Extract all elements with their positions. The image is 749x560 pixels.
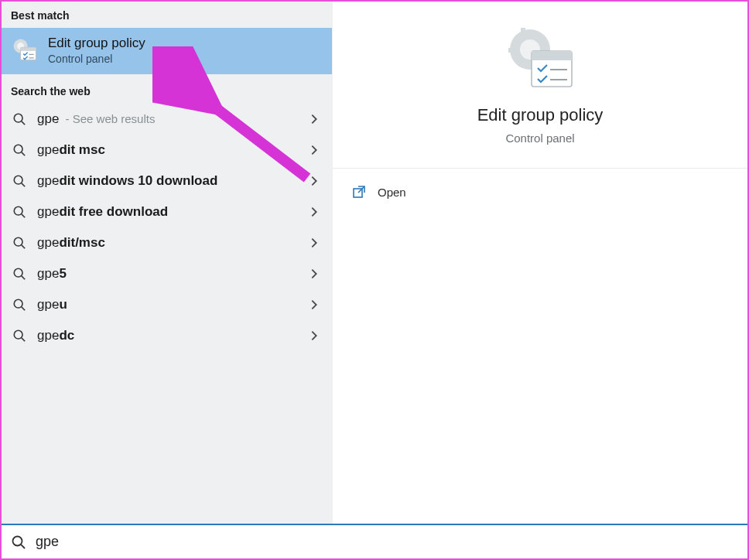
web-result-text: gpe - See web results <box>37 111 155 127</box>
search-icon <box>12 329 26 343</box>
svg-rect-3 <box>21 47 36 51</box>
web-result-item[interactable]: gpedit windows 10 download <box>2 166 332 196</box>
web-result-left: gpedit/msc <box>12 235 105 251</box>
best-match-header: Best match <box>2 2 332 28</box>
web-result-item[interactable]: gpedc <box>2 320 332 351</box>
svg-rect-25 <box>508 48 518 53</box>
web-result-item[interactable]: gpedit msc <box>2 135 332 166</box>
open-action[interactable]: Open <box>333 169 747 215</box>
chevron-right-icon <box>307 329 321 343</box>
web-result-left: gpedit msc <box>12 142 105 158</box>
svg-line-13 <box>22 214 25 217</box>
web-result-left: gpe - See web results <box>12 111 155 127</box>
svg-point-6 <box>14 114 22 122</box>
search-icon <box>11 534 26 550</box>
svg-point-14 <box>14 237 22 246</box>
svg-line-17 <box>22 276 25 279</box>
preview-hero: Edit group policy Control panel <box>333 2 747 169</box>
content-area: Best match Edit group policy <box>2 2 747 524</box>
chevron-right-icon <box>307 267 321 281</box>
svg-point-18 <box>14 299 22 308</box>
preview-title: Edit group policy <box>477 105 604 125</box>
group-policy-icon <box>11 36 39 64</box>
search-icon <box>12 112 26 126</box>
search-icon <box>12 143 26 157</box>
svg-line-15 <box>22 245 25 248</box>
web-result-text: gpedit/msc <box>37 235 105 251</box>
web-result-left: gpedit free download <box>12 204 168 220</box>
search-input[interactable] <box>36 534 738 550</box>
web-result-text: gpedit free download <box>37 204 168 220</box>
best-match-subtitle: Control panel <box>48 53 145 65</box>
svg-line-19 <box>22 307 25 310</box>
best-match-result[interactable]: Edit group policy Control panel <box>2 28 332 74</box>
web-result-item[interactable]: gpedit free download <box>2 196 332 227</box>
svg-rect-24 <box>521 28 525 37</box>
web-results-list: gpe - See web resultsgpedit mscgpedit wi… <box>2 104 332 351</box>
svg-line-11 <box>22 183 25 186</box>
chevron-right-icon <box>307 143 321 157</box>
svg-point-20 <box>14 330 22 339</box>
preview-subtitle: Control panel <box>505 131 574 145</box>
svg-line-7 <box>22 121 25 125</box>
svg-line-9 <box>22 152 25 155</box>
best-match-title: Edit group policy <box>48 36 145 51</box>
open-external-icon <box>351 184 367 200</box>
chevron-right-icon <box>307 236 321 250</box>
web-result-text: gpedc <box>37 328 74 343</box>
svg-point-16 <box>14 268 22 277</box>
web-result-note: - See web results <box>62 112 155 125</box>
web-result-item[interactable]: gpe - See web results <box>2 104 332 135</box>
web-result-text: gpeu <box>37 297 67 312</box>
open-label: Open <box>378 186 406 199</box>
svg-point-8 <box>14 145 22 153</box>
svg-line-32 <box>21 545 25 548</box>
best-match-text: Edit group policy Control panel <box>48 36 145 65</box>
chevron-right-icon <box>307 174 321 188</box>
web-result-item[interactable]: gpedit/msc <box>2 227 332 258</box>
group-policy-large-icon <box>505 25 575 91</box>
search-icon <box>12 174 26 188</box>
web-result-item[interactable]: gpe5 <box>2 258 332 289</box>
svg-rect-27 <box>532 51 572 60</box>
web-result-left: gpeu <box>12 297 67 312</box>
web-result-item[interactable]: gpeu <box>2 289 332 320</box>
search-bar[interactable] <box>2 524 747 558</box>
chevron-right-icon <box>307 112 321 126</box>
search-icon <box>12 205 26 219</box>
web-result-text: gpedit windows 10 download <box>37 173 217 189</box>
search-web-header: Search the web <box>2 74 332 104</box>
search-icon <box>12 267 26 281</box>
web-result-left: gpedit windows 10 download <box>12 173 217 189</box>
chevron-right-icon <box>307 298 321 312</box>
svg-point-12 <box>14 207 22 215</box>
svg-point-31 <box>13 536 22 545</box>
svg-point-10 <box>14 176 22 184</box>
web-result-left: gpedc <box>12 328 74 343</box>
window-frame: Best match Edit group policy <box>0 0 749 560</box>
search-icon <box>12 236 26 250</box>
preview-pane: Edit group policy Control panel Open <box>333 2 747 524</box>
results-pane: Best match Edit group policy <box>2 2 333 524</box>
web-result-text: gpe5 <box>37 266 67 282</box>
web-result-text: gpedit msc <box>37 142 105 158</box>
search-icon <box>12 298 26 312</box>
chevron-right-icon <box>307 205 321 219</box>
svg-line-21 <box>22 338 25 341</box>
web-result-left: gpe5 <box>12 266 67 282</box>
